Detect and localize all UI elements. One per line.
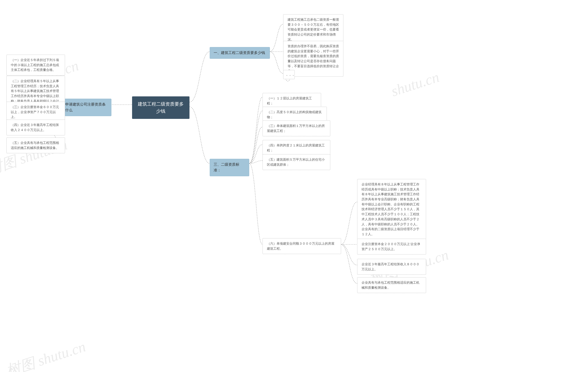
leaf-text: （二）高度５０米以上的构筑物或建筑物；	[267, 110, 322, 119]
leaf-node[interactable]: 企业经理具有８年以上从事工程管理工作经历或具有中级以上职称；技术负责人具有８年以…	[357, 179, 426, 240]
leaf-node[interactable]: 建筑工程施工总承包二级资质一般需要３００－５００万左右，有些地区可能会更贵或者更…	[283, 14, 343, 45]
leaf-node[interactable]: 企业注册资本金２０００万元以上'企业净资产２５００万元以上。	[357, 239, 426, 254]
leaf-text: （四）单跨跨度２１米以上的房屋建筑工程；	[267, 143, 325, 152]
branch-node-1[interactable]: 一、建筑工程二级资质要多少钱	[210, 47, 270, 59]
branch-3-title: 三、二级资质标准：	[214, 162, 239, 172]
watermark: shutu.cn	[389, 69, 441, 100]
leaf-node[interactable]: 企业具有与承包工程范围相适应的施工机械和质量检测设备。	[357, 277, 426, 293]
leaf-text: （三）单体建筑面积１万平方米以上的房屋建筑工程；	[267, 124, 325, 133]
leaf-text: 企业经理具有８年以上从事工程管理工作经历或具有中级以上职称；技术负责人具有８年以…	[362, 182, 420, 236]
leaf-node[interactable]: （五）建筑面积５万平方米以上的住宅小区或建筑群体；	[262, 154, 330, 170]
leaf-text: 企业注册资本金２０００万元以上'企业净资产２５００万元以上。	[362, 242, 420, 251]
leaf-node[interactable]: （二）高度５０米以上的构筑物或建筑物；	[262, 107, 327, 122]
leaf-text: （六）单项建安合同额３０００万元以上的房屋建筑工程。	[267, 242, 335, 250]
leaf-text: 建筑工程施工总承包二级资质一般需要３００－５００万左右，有些地区可能会更贵或者更…	[288, 18, 339, 41]
root-title: 建筑工程二级资质要多少钱	[138, 101, 184, 114]
leaf-text: （五）建筑面积５万平方米以上的住宅小区或建筑群体；	[267, 158, 325, 166]
leaf-text: 企业具有与承包工程范围相适应的施工机械和质量检测设备。	[362, 281, 420, 289]
leaf-node[interactable]: （四）企业近３年最高年工程结算收入２４００万元以上。	[6, 120, 65, 135]
leaf-node[interactable]: 。。。	[283, 70, 295, 79]
leaf-node[interactable]: （一）１２层以上的房屋建筑工程；	[262, 93, 321, 109]
leaf-text: （一）企业近５年承担过下列５项中的３项以上工程的施工总承包或主体工程承包，工程质…	[11, 58, 59, 72]
mindmap-root[interactable]: 建筑工程二级资质要多少钱	[132, 96, 189, 119]
leaf-node[interactable]: （三）单体建筑面积１万平方米以上的房屋建筑工程；	[262, 121, 330, 136]
leaf-text: （五）企业具有与承包工程范围相适应的施工机械和质量检测设备。	[11, 141, 59, 150]
leaf-text: 企业近３年最高年工程结算收入８０００万元以上。	[362, 262, 420, 271]
leaf-text: （四）企业近３年最高年工程结算收入２４００万元以上。	[11, 123, 59, 132]
leaf-text: （三）企业注册资本金６００万元以上，企业净资产７００万元以上。	[11, 105, 59, 119]
leaf-text: 。。。	[286, 72, 296, 76]
branch-node-3[interactable]: 三、二级资质标准：	[210, 159, 249, 176]
leaf-text: 资质的办理并不容易，因此购买资质的建筑企业更需要小心，对于一些开价过低的资质，需…	[288, 44, 339, 73]
leaf-text: （一）１２层以上的房屋建筑工程；	[267, 96, 312, 105]
leaf-node[interactable]: （一）企业近５年承担过下列５项中的３项以上工程的施工总承包或主体工程承包，工程质…	[6, 55, 65, 76]
branch-2-title: 二、申请建筑公司注册资质条件是什么	[58, 102, 106, 112]
watermark: 树图 shutu.cn	[3, 337, 88, 372]
branch-1-title: 一、建筑工程二级资质要多少钱	[214, 51, 265, 55]
leaf-node[interactable]: （四）单跨跨度２１米以上的房屋建筑工程；	[262, 140, 330, 156]
leaf-node[interactable]: （五）企业具有与承包工程范围相适应的施工机械和质量检测设备。	[6, 138, 65, 153]
leaf-node[interactable]: 企业近３年最高年工程结算收入８０００万元以上。	[357, 259, 426, 275]
leaf-node[interactable]: （六）单项建安合同额３０００万元以上的房屋建筑工程。	[262, 238, 341, 254]
